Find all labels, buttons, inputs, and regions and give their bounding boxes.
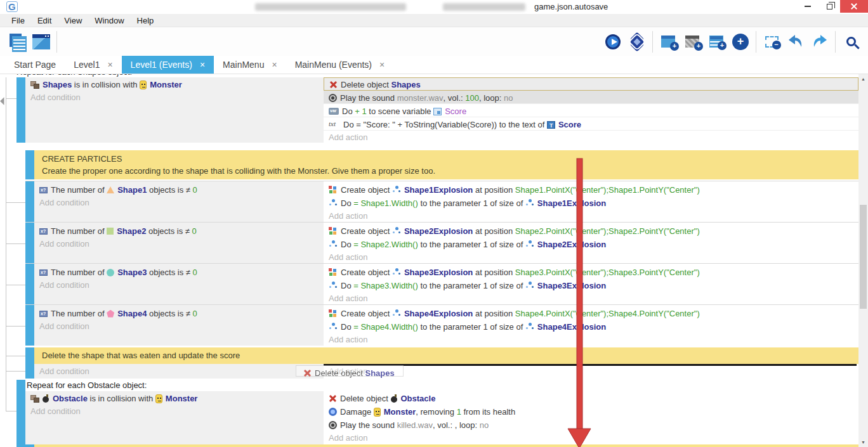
remove-selection-button[interactable]: − [760,30,784,54]
menu-item-window[interactable]: Window [88,16,130,25]
project-manager-button[interactable] [5,30,29,54]
add-condition-link[interactable]: Add condition [25,91,324,104]
scene-editor-button[interactable] [29,30,53,54]
add-action-link[interactable]: Add action [324,364,858,379]
tab-level1[interactable]: Level1× [65,56,121,74]
add-action-link[interactable]: Add action [324,333,858,346]
event-indent-bar [16,380,25,447]
action-row[interactable]: Create object Shape2Explosion at positio… [324,224,858,237]
dragged-action-row[interactable]: Delete object Shapes [298,366,403,379]
tab-mainmenu[interactable]: MainMenu× [214,56,286,74]
add-subevent-button[interactable]: + [680,30,704,54]
menu-item-file[interactable]: File [5,16,31,25]
add-condition-link[interactable]: Add condition [34,364,324,379]
sub-event[interactable]: The number of Shape3 objects is ≠ 0Add c… [25,263,858,304]
condition-row[interactable]: The number of Shape4 objects is ≠ 0 [34,306,324,320]
window-title: game.json.autosave [534,2,608,11]
circ-icon [107,269,114,276]
menu-item-view[interactable]: View [58,16,88,25]
close-tab-icon[interactable]: × [200,60,205,70]
redo-button[interactable] [808,30,832,54]
add-action-link[interactable]: Add action [324,131,858,144]
redacted-title-segment [443,3,525,11]
scroll-down-button[interactable]: ▼ [858,437,868,447]
add-condition-link[interactable]: Add condition [34,196,324,209]
scrollbar-thumb[interactable] [860,205,867,309]
add-condition-link[interactable]: Add condition [34,278,324,292]
action-row[interactable]: Do + 1 to scene variable Score [324,104,858,117]
action-row[interactable]: Play the sound killed.wav, vol.: , loop:… [324,418,858,431]
add-condition-link[interactable]: Add condition [34,320,324,333]
add-action-link[interactable]: Add action [324,292,858,305]
search-button[interactable] [839,30,863,54]
text-segment: Shape2.PointX("Center");Shape2.PointY("C… [515,226,700,236]
collision-icon [30,395,39,403]
sub-event[interactable]: The number of Shape1 objects is ≠ 0Add c… [25,181,858,222]
conditions-column: Add condition [34,364,324,379]
sub-event[interactable]: The number of Shape4 objects is ≠ 0Add c… [25,304,858,346]
close-tab-icon[interactable]: × [272,60,277,70]
actions-column: Delete object ShapesPlay the sound monst… [324,77,858,145]
add-action-link[interactable]: Add action [324,250,858,264]
action-row[interactable]: Play the sound monster.wav, vol.: 100, l… [324,91,858,104]
action-row[interactable]: Create object Shape1Explosion at positio… [324,183,858,196]
action-row[interactable]: Create object Shape4Explosion at positio… [324,306,858,320]
text-segment: Shape1Explosion [537,198,606,208]
particles-icon [525,323,534,331]
action-row[interactable]: Do = Shape1.Width() to the parameter 1 o… [324,196,858,209]
add-condition-link[interactable]: Add condition [34,237,324,250]
condition-row[interactable]: Obstacle is in collision with Monster [25,391,324,405]
text-segment: Play the sound [340,93,397,103]
text-segment: Shape2 [117,226,146,236]
text-segment: Damage [340,407,374,417]
text-segment: Create object [341,268,392,277]
action-row[interactable]: Do = Shape2.Width() to the parameter 1 o… [324,237,858,250]
condition-row[interactable]: The number of Shape1 objects is ≠ 0 [34,183,324,196]
preview-button[interactable] [601,30,625,54]
undo-button[interactable] [784,30,808,54]
add-comment-button[interactable]: + [704,30,728,54]
action-row[interactable]: Delete object Shapes [324,77,858,91]
close-tab-icon[interactable]: × [107,60,112,70]
tab-start-page[interactable]: Start Page [5,56,65,74]
condition-row[interactable]: The number of Shape2 objects is ≠ 0 [34,224,324,237]
event-indent-bar [25,444,34,447]
scene-editor-icon [32,34,50,49]
action-row[interactable]: Create object Shape3Explosion at positio… [324,265,858,278]
condition-row[interactable]: The number of Shape3 objects is ≠ 0 [34,265,324,278]
event-shapes-collision[interactable]: Shapes is in collision with MonsterAdd c… [16,77,858,145]
add-action-link[interactable]: Add action [324,209,858,223]
action-row[interactable]: Do = Shape3.Width() to the parameter 1 o… [324,278,858,292]
action-row[interactable]: Delete object Obstacle [324,391,858,405]
tab-mainmenu-events[interactable]: MainMenu (Events)× [286,56,394,74]
add-condition-link[interactable]: Add condition [25,405,324,418]
scroll-up-button[interactable]: ▲ [858,74,868,84]
dragged-action-ghost[interactable]: Delete object Shapes [296,365,404,377]
close-button[interactable] [840,0,868,13]
debug-button[interactable] [625,30,649,54]
add-event-button[interactable]: + [656,30,680,54]
condition-row[interactable]: Shapes is in collision with Monster [25,77,324,91]
action-row[interactable]: Do = "Score: " + ToString(Variable(Score… [324,117,858,131]
comment-create-particles[interactable]: CREATE PARTICLES Create the proper one a… [25,150,858,179]
sub-event[interactable]: The number of Shape2 objects is ≠ 0Add c… [25,222,858,263]
restore-button[interactable] [819,0,840,13]
create-icon [329,227,338,235]
add-action-link[interactable]: Add action [324,431,858,444]
close-tab-icon[interactable]: × [379,60,385,70]
action-row[interactable]: Do = Shape4.Width() to the parameter 1 o… [324,320,858,333]
minimize-button[interactable] [797,0,819,13]
drop-target-event[interactable]: Add condition Add action [25,364,858,379]
tab-level1-events[interactable]: Level1 (Events)× [122,56,214,74]
menu-item-help[interactable]: Help [131,16,161,25]
menu-item-edit[interactable]: Edit [31,16,58,25]
tree-connector [6,356,25,356]
text-segment: Shape4Explosion [537,322,606,332]
comment-delete-shape[interactable]: Delete the shape that was eaten and upda… [25,347,858,364]
text-segment: Shape4 [117,309,147,318]
vertical-scrollbar[interactable]: ▲ ▼ [858,74,868,447]
add-new-event-button[interactable]: + [728,30,753,54]
event-repeat-obstacle[interactable]: Repeat for each Obstacle object: Obstacl… [16,379,858,447]
text-segment: Do [341,198,353,208]
action-row[interactable]: Damage Monster, removing 1 from its heal… [324,405,858,418]
